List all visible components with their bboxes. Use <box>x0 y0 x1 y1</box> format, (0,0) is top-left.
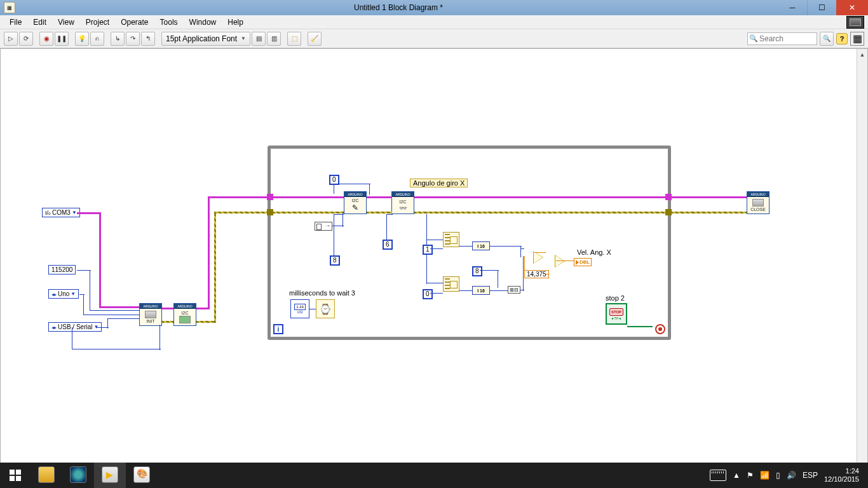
step-over-button[interactable]: ↷ <box>126 32 140 46</box>
step-into-button[interactable]: ↳ <box>111 32 125 46</box>
close-button[interactable] <box>836 0 868 15</box>
const-idx-1[interactable]: 1 <box>423 245 433 255</box>
gain-node[interactable]: ▷ <box>555 255 565 268</box>
velx-label: Vel. Ang. X <box>577 248 611 256</box>
windows-logo-icon <box>10 470 21 481</box>
menu-project[interactable]: Project <box>80 17 115 28</box>
tray-flag-icon[interactable]: ⚑ <box>747 471 754 480</box>
stop-control[interactable]: STOP ▸TF◂ <box>606 303 627 325</box>
menu-help[interactable]: Help <box>222 17 249 28</box>
taskbar-explorer[interactable] <box>31 463 62 488</box>
board-type-control[interactable]: Uno▼ <box>48 289 79 299</box>
step-out-button[interactable]: ↰ <box>141 32 155 46</box>
vi-icon[interactable] <box>846 16 864 29</box>
connection-value: USB / Serial <box>58 323 92 330</box>
wait-ms-control[interactable]: 1.23 U32 <box>290 299 309 318</box>
vertical-scrollbar[interactable]: ▲ ▼ <box>857 49 867 473</box>
taskbar: ▶ 🎨 ▲ ⚑ 📶 ▯ 🔊 ESP 1:24 12/10/2015 <box>0 463 868 488</box>
window-titlebar: ▦ Untitled 1 Block Diagram * <box>0 0 868 15</box>
toolbar: ▷ ⟳ ◉ ❚❚ 💡 ⎌ ↳ ↷ ↰ 15pt Application Font… <box>0 29 868 48</box>
arduino-i2c-write-node[interactable]: ARDUINO I2C✎ <box>344 191 367 214</box>
index-array-node-a[interactable] <box>443 232 459 247</box>
taskbar-labview[interactable]: ▶ <box>94 463 126 488</box>
help-button[interactable]: ? <box>836 33 848 44</box>
search-box: 🔍 <box>747 32 817 45</box>
reorder-button[interactable]: ⬚ <box>287 32 301 46</box>
search-icon: 🔍 <box>749 34 758 43</box>
index-array-node-b[interactable] <box>443 276 459 292</box>
const-scale[interactable]: 14,375 <box>524 270 549 278</box>
font-picker[interactable]: 15pt Application Font ▼ <box>161 32 250 46</box>
arduino-init-node[interactable]: ARDUINO INIT <box>139 303 162 326</box>
app-icon: ▦ <box>4 2 15 13</box>
minimize-button[interactable] <box>778 0 807 15</box>
menu-view[interactable]: View <box>52 17 80 28</box>
wait-label: milliseconds to wait 3 <box>289 289 355 297</box>
font-label: 15pt Application Font <box>166 34 237 43</box>
taskbar-paint[interactable]: 🎨 <box>126 463 158 488</box>
com-port-value: COM3 <box>52 209 71 216</box>
scroll-up-icon[interactable]: ▲ <box>857 49 867 60</box>
tray-network-icon[interactable]: 📶 <box>760 471 770 480</box>
align-button[interactable]: ▤ <box>252 32 266 46</box>
tray-volume-icon[interactable]: 🔊 <box>787 471 796 480</box>
const-idx-0[interactable]: 0 <box>423 289 433 299</box>
system-tray: ▲ ⚑ 📶 ▯ 🔊 ESP 1:24 12/10/2015 <box>705 467 868 484</box>
menu-edit[interactable]: Edit <box>27 17 52 28</box>
pause-button[interactable]: ❚❚ <box>55 32 69 46</box>
baud-rate-control[interactable]: 115200 <box>48 265 76 274</box>
board-value: Uno <box>58 290 69 297</box>
to-i16-node-b[interactable]: I 16 <box>472 286 490 295</box>
build-array-node[interactable] <box>315 222 332 231</box>
menu-window[interactable]: Window <box>184 17 222 28</box>
to-i16-node-a[interactable]: I 16 <box>472 241 490 250</box>
wait-ms-node[interactable]: ⌚ <box>316 299 335 318</box>
menu-file[interactable]: File <box>4 17 27 28</box>
context-icon[interactable]: ▦ <box>850 32 864 46</box>
indicator-arrow-icon <box>576 260 579 265</box>
divide-node[interactable]: ÷ <box>533 251 543 264</box>
arduino-i2c-open-node[interactable]: ARDUINO I2C <box>173 303 196 326</box>
tray-language[interactable]: ESP <box>803 471 818 480</box>
highlight-exec-button[interactable]: 💡 <box>75 32 89 46</box>
angle-label: Angulo de giro X <box>410 179 468 187</box>
tray-battery-icon[interactable]: ▯ <box>776 471 780 480</box>
join-numbers-node[interactable]: ⊞⊟ <box>508 286 520 294</box>
tray-clock[interactable]: 1:24 12/10/2015 <box>824 467 863 484</box>
tray-date: 12/10/2015 <box>824 475 859 484</box>
retain-values-button[interactable]: ⎌ <box>90 32 104 46</box>
menu-operate[interactable]: Operate <box>115 17 154 28</box>
const-8a[interactable]: 8 <box>330 255 340 266</box>
dropdown-icon: ▼ <box>241 36 246 41</box>
menu-tools[interactable]: Tools <box>154 17 184 28</box>
loop-iteration-terminal[interactable]: i <box>273 324 283 334</box>
block-diagram-canvas[interactable]: I/₀COM3▼ 115200 Uno▼ USB / Serial▼ ARDUI… <box>0 48 868 474</box>
const-6[interactable]: 6 <box>383 240 393 250</box>
baud-rate-value: 115200 <box>51 266 72 273</box>
visa-resource-control[interactable]: I/₀COM3▼ <box>42 208 80 217</box>
tray-time: 1:24 <box>824 467 859 475</box>
resource-wire <box>77 212 100 214</box>
tray-up-icon[interactable]: ▲ <box>733 471 740 480</box>
connection-type-control[interactable]: USB / Serial▼ <box>48 322 102 332</box>
arduino-i2c-read-node[interactable]: ARDUINO I2C👓 <box>391 191 414 214</box>
arduino-banner: ARDUINO <box>140 304 161 309</box>
touch-keyboard-icon[interactable] <box>710 470 726 481</box>
taskbar-browser[interactable] <box>62 463 94 488</box>
arduino-close-node[interactable]: ARDUINO CLOSE <box>747 191 770 214</box>
const-8b[interactable]: 8 <box>472 266 482 276</box>
loop-condition-terminal[interactable] <box>655 324 665 334</box>
stop-label: stop 2 <box>606 294 625 302</box>
velx-indicator[interactable]: DBL <box>574 258 592 266</box>
search-go-button[interactable]: 🔍 <box>820 32 834 46</box>
cleanup-button[interactable]: 🧹 <box>308 32 322 46</box>
window-buttons <box>778 0 868 15</box>
abort-button[interactable]: ◉ <box>39 32 53 46</box>
run-button[interactable]: ▷ <box>4 32 18 46</box>
start-button[interactable] <box>0 463 31 488</box>
run-continuous-button[interactable]: ⟳ <box>19 32 33 46</box>
distribute-button[interactable]: ▥ <box>267 32 281 46</box>
window-title: Untitled 1 Block Diagram * <box>19 3 778 12</box>
menu-bar: File Edit View Project Operate Tools Win… <box>0 15 868 29</box>
maximize-button[interactable] <box>807 0 836 15</box>
